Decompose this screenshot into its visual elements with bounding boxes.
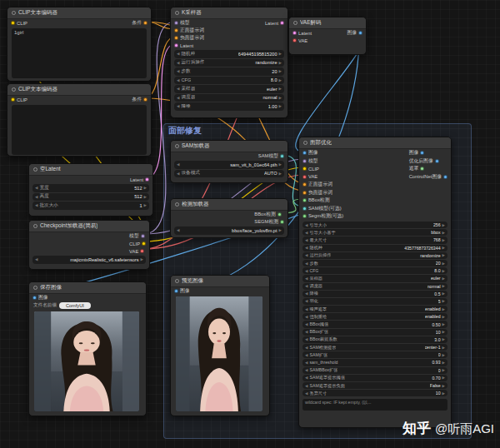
widget-row[interactable]: ◀降噪1.00▶ [174, 102, 284, 111]
widget-row[interactable]: ◀噪声遮罩enabled▶ [302, 306, 448, 312]
port-dot-icon[interactable] [143, 97, 148, 102]
increment-arrow-icon[interactable]: ▶ [279, 69, 282, 73]
input-port[interactable]: Latent [171, 42, 208, 49]
widget-row[interactable]: ◀BBox阈值0.50▶ [302, 321, 448, 327]
collapse-dot-icon[interactable] [33, 224, 38, 228]
decrement-arrow-icon[interactable]: ◀ [305, 284, 308, 288]
widget-row[interactable]: ◀sam_vit_b_01ec64.pth▶ [174, 161, 284, 169]
decrement-arrow-icon[interactable]: ◀ [305, 307, 308, 311]
increment-arrow-icon[interactable]: ▶ [442, 253, 445, 257]
port-dot-icon[interactable] [302, 175, 307, 179]
collapse-dot-icon[interactable] [175, 202, 179, 207]
port-dot-icon[interactable] [420, 167, 424, 171]
input-port[interactable]: CLIP [299, 165, 347, 173]
widget-row[interactable]: ◀BBox扩张10▶ [302, 329, 448, 336]
node-checkpoint-loader[interactable]: Checkpoint加载器(简易) 模型CLIPVAE ◀majicmixRea… [28, 220, 150, 270]
increment-arrow-icon[interactable]: ▶ [442, 291, 445, 296]
collapse-dot-icon[interactable] [303, 141, 308, 145]
widget-row[interactable]: ◀引导大小256▶ [302, 222, 448, 228]
port-dot-icon[interactable] [435, 159, 439, 163]
input-port[interactable]: BBox检测 [299, 197, 347, 205]
decrement-arrow-icon[interactable]: ◀ [177, 172, 179, 176]
node-title[interactable]: 预览图像 [171, 276, 269, 287]
decrement-arrow-icon[interactable]: ◀ [305, 269, 308, 273]
port-dot-icon[interactable] [143, 21, 148, 25]
node-preview-image[interactable]: 预览图像 图像 [170, 275, 270, 416]
output-port[interactable]: 模型 [126, 232, 149, 240]
output-port[interactable]: CLIP [126, 240, 149, 247]
increment-arrow-icon[interactable]: ▶ [442, 337, 445, 341]
increment-arrow-icon[interactable]: ▶ [442, 391, 445, 396]
node-title[interactable]: 检测加载器 [171, 199, 288, 211]
widget-row[interactable]: ◀bbox/face_yolov8m.pt▶ [174, 226, 284, 235]
widget-row[interactable]: ◀宽度512▶ [32, 184, 149, 192]
node-ksampler[interactable]: K采样器 模型正面提示词负面提示词Latent Latent ◀随机种64944… [170, 7, 288, 118]
increment-arrow-icon[interactable]: ▶ [442, 276, 445, 281]
input-port[interactable]: VAE [289, 37, 315, 44]
output-port[interactable]: Latent [262, 19, 288, 27]
port-dot-icon[interactable] [280, 220, 284, 224]
input-port[interactable]: 负面提示词 [171, 34, 208, 42]
output-port[interactable]: VAE [126, 247, 149, 255]
increment-arrow-icon[interactable]: ▶ [442, 269, 445, 273]
filename-prefix-input[interactable]: ComfyUI [59, 302, 91, 309]
widget-row[interactable]: ◀运行后操作randomize▶ [302, 252, 448, 259]
port-dot-icon[interactable] [302, 167, 307, 171]
input-port[interactable]: 图像 [29, 294, 52, 301]
port-dot-icon[interactable] [292, 31, 297, 35]
port-dot-icon[interactable] [174, 36, 178, 40]
widget-row[interactable]: ◀BBox裁剪系数3.0▶ [302, 336, 448, 343]
port-dot-icon[interactable] [302, 182, 307, 187]
increment-arrow-icon[interactable]: ▶ [442, 238, 445, 242]
increment-arrow-icon[interactable]: ▶ [442, 322, 445, 326]
port-dot-icon[interactable] [302, 151, 307, 155]
input-port[interactable]: 图像 [299, 149, 347, 157]
decrement-arrow-icon[interactable]: ◀ [305, 322, 308, 326]
node-title[interactable]: Checkpoint加载器(简易) [29, 221, 149, 232]
decrement-arrow-icon[interactable]: ◀ [305, 276, 308, 281]
widget-row[interactable]: ◀SAMBBox扩张0▶ [302, 367, 448, 374]
widget-row[interactable]: ◀采样器euler▶ [302, 275, 448, 281]
increment-arrow-icon[interactable]: ▶ [442, 376, 445, 380]
widget-row[interactable]: ◀批次大小1▶ [32, 202, 149, 210]
node-clip-text-encode-positive[interactable]: CLIP文本编码器 CLIP 条件 1girl [7, 7, 152, 82]
widget-row[interactable]: ◀降噪0.5▶ [302, 291, 448, 297]
increment-arrow-icon[interactable]: ▶ [442, 330, 445, 334]
increment-arrow-icon[interactable]: ▶ [442, 384, 445, 388]
increment-arrow-icon[interactable]: ▶ [279, 172, 282, 176]
increment-arrow-icon[interactable]: ▶ [442, 223, 445, 227]
decrement-arrow-icon[interactable]: ◀ [35, 203, 38, 207]
node-clip-text-encode-negative[interactable]: CLIP文本编码器 CLIP 条件 [7, 83, 152, 157]
increment-arrow-icon[interactable]: ▶ [279, 52, 282, 56]
widget-row[interactable]: ◀CFG8.0▶ [174, 77, 284, 85]
node-detector-loader[interactable]: 检测加载器 BBox检测SEGM检测 ◀bbox/face_yolov8m.pt… [170, 198, 288, 238]
increment-arrow-icon[interactable]: ▶ [442, 353, 445, 357]
decrement-arrow-icon[interactable]: ◀ [305, 384, 308, 388]
collapse-dot-icon[interactable] [33, 167, 38, 172]
widget-row[interactable]: ◀步数20▶ [302, 260, 448, 266]
decrement-arrow-icon[interactable]: ◀ [305, 337, 308, 341]
output-port[interactable]: BBox检测 [251, 211, 288, 218]
output-port[interactable]: 条件 [128, 19, 151, 27]
node-title[interactable]: SAM加载器 [171, 141, 288, 152]
decrement-arrow-icon[interactable]: ◀ [35, 257, 38, 261]
widget-row[interactable]: ◀最大尺寸768▶ [302, 236, 448, 243]
input-port[interactable]: 模型 [299, 157, 347, 166]
port-dot-icon[interactable] [280, 154, 284, 158]
decrement-arrow-icon[interactable]: ◀ [305, 353, 308, 357]
increment-arrow-icon[interactable]: ▶ [442, 299, 445, 303]
port-dot-icon[interactable] [174, 21, 178, 25]
collapse-dot-icon[interactable] [12, 87, 16, 92]
increment-arrow-icon[interactable]: ▶ [442, 361, 445, 365]
decrement-arrow-icon[interactable]: ◀ [305, 376, 308, 380]
port-dot-icon[interactable] [11, 97, 15, 102]
port-dot-icon[interactable] [302, 198, 307, 202]
increment-arrow-icon[interactable]: ▶ [279, 78, 282, 82]
port-dot-icon[interactable] [174, 43, 178, 47]
input-port[interactable]: 模型 [171, 19, 208, 27]
increment-arrow-icon[interactable]: ▶ [279, 61, 282, 65]
increment-arrow-icon[interactable]: ▶ [144, 203, 147, 207]
node-sam-loader[interactable]: SAM加载器 SAM模型 ◀sam_vit_b_01ec64.pth▶◀设备模式… [170, 140, 288, 183]
port-dot-icon[interactable] [11, 21, 15, 25]
widget-row[interactable]: ◀CFG8.0▶ [302, 267, 448, 274]
